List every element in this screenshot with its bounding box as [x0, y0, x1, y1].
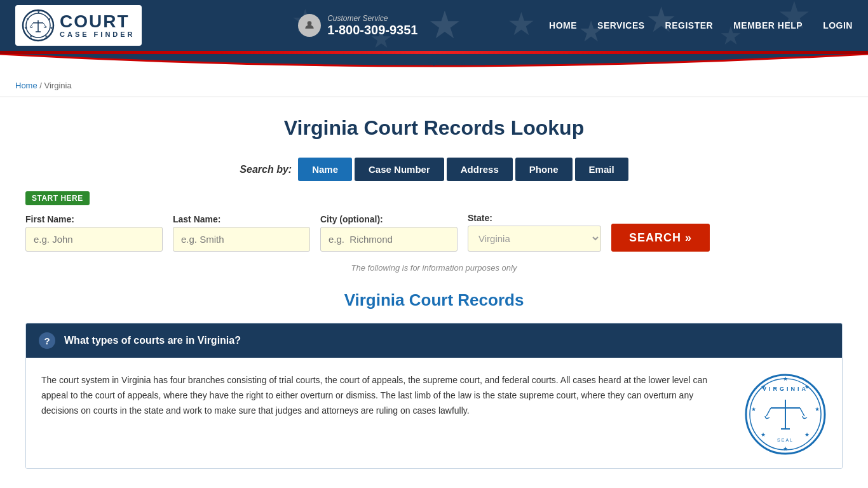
city-group: City (optional):	[320, 214, 458, 252]
main-nav: HOME SERVICES REGISTER MEMBER HELP LOGIN	[549, 20, 853, 30]
page-title: Virginia Court Records Lookup	[25, 116, 843, 140]
nav-home[interactable]: HOME	[549, 20, 577, 30]
search-by-label: Search by:	[240, 164, 292, 175]
logo-case-finder-text: CASE FINDER	[60, 30, 135, 38]
svg-line-37	[800, 408, 804, 416]
svg-text:★: ★	[777, 0, 811, 37]
logo-text: COURT CASE FINDER	[60, 13, 135, 38]
svg-point-22	[308, 21, 312, 25]
first-name-input[interactable]	[25, 227, 163, 252]
virginia-seal-icon: ★ ★ ★ ★ ★ ★ ★ ★ VIRGINIA SEAL	[744, 373, 827, 456]
state-select[interactable]: Virginia Alabama Alaska Arizona Arkansas…	[468, 226, 601, 252]
question-icon: ?	[39, 332, 55, 349]
svg-text:★: ★	[48, 17, 51, 21]
svg-text:★: ★	[24, 26, 27, 30]
svg-text:★: ★	[507, 6, 536, 42]
header: ★ ★ ★ ★ ★ ★ ★ ★ ★ ★ ★ ★ ★ ★ ★	[0, 0, 868, 51]
svg-text:★: ★	[29, 34, 32, 38]
breadcrumb-separator: /	[39, 81, 44, 90]
last-name-input[interactable]	[173, 227, 310, 252]
svg-text:★: ★	[646, 0, 677, 39]
search-form-row: First Name: Last Name: City (optional): …	[25, 213, 843, 252]
search-by-row: Search by: Name Case Number Address Phon…	[25, 158, 843, 181]
svg-text:★: ★	[783, 445, 788, 452]
nav-member-help[interactable]: MEMBER HELP	[733, 20, 803, 30]
svg-text:★: ★	[37, 10, 40, 14]
last-name-label: Last Name:	[173, 214, 310, 224]
form-container: START HERE First Name: Last Name: City (…	[25, 191, 843, 252]
search-tabs: Name Case Number Address Phone Email	[298, 158, 628, 181]
nav-services[interactable]: SERVICES	[597, 20, 645, 30]
svg-text:★: ★	[428, 4, 462, 46]
cs-text: Customer Service 1-800-309-9351	[327, 14, 417, 37]
last-name-group: Last Name:	[173, 214, 310, 252]
svg-text:★: ★	[804, 431, 810, 438]
logo-area: ★ ★ ★ ★ ★ ★ ★ COURT CASE FINDER	[15, 5, 142, 46]
cs-label: Customer Service	[327, 14, 417, 23]
logo-emblem-icon: ★ ★ ★ ★ ★ ★ ★	[22, 9, 55, 42]
nav-register[interactable]: REGISTER	[665, 20, 714, 30]
state-group: State: Virginia Alabama Alaska Arizona A…	[468, 213, 601, 252]
tab-case-number[interactable]: Case Number	[355, 158, 444, 181]
accordion-title: What types of courts are in Virginia?	[64, 335, 241, 346]
phone-icon	[298, 14, 321, 37]
main-content: Virginia Court Records Lookup Search by:…	[0, 97, 868, 482]
svg-line-19	[31, 23, 33, 27]
state-label: State:	[468, 213, 601, 223]
nav-login[interactable]: LOGIN	[823, 20, 853, 30]
tab-address[interactable]: Address	[447, 158, 513, 181]
cs-phone-number: 1-800-309-9351	[327, 23, 417, 37]
logo-box: ★ ★ ★ ★ ★ ★ ★ COURT CASE FINDER	[15, 5, 142, 46]
banner-wave: ★ ★ ★ ★ ★ ★	[0, 54, 868, 74]
svg-text:★: ★	[815, 406, 820, 412]
svg-text:★: ★	[761, 431, 766, 438]
breadcrumb-home-link[interactable]: Home	[15, 81, 37, 90]
tab-name[interactable]: Name	[298, 158, 352, 181]
svg-text:★: ★	[751, 406, 756, 412]
accordion-body-text: The court system in Virginia has four br…	[41, 373, 729, 418]
svg-text:★: ★	[44, 34, 48, 38]
search-button[interactable]: SEARCH »	[611, 224, 710, 252]
search-section: Search by: Name Case Number Address Phon…	[25, 158, 843, 252]
first-name-group: First Name:	[25, 214, 163, 252]
svg-line-36	[766, 408, 771, 416]
svg-text:SEAL: SEAL	[777, 438, 794, 442]
tab-phone[interactable]: Phone	[515, 158, 573, 181]
svg-line-20	[43, 23, 46, 27]
accordion-item: ? What types of courts are in Virginia? …	[25, 323, 843, 469]
accordion-header[interactable]: ? What types of courts are in Virginia?	[26, 323, 842, 358]
info-note: The following is for information purpose…	[25, 263, 843, 273]
svg-text:★: ★	[783, 376, 788, 382]
city-label: City (optional):	[320, 214, 458, 224]
first-name-label: First Name:	[25, 214, 163, 224]
logo-court-text: COURT	[60, 13, 135, 30]
start-here-badge: START HERE	[25, 191, 90, 205]
customer-service: Customer Service 1-800-309-9351	[298, 14, 417, 37]
svg-text:★: ★	[50, 26, 53, 30]
breadcrumb: Home / Virginia	[0, 74, 868, 97]
breadcrumb-current: Virginia	[44, 81, 72, 90]
tab-email[interactable]: Email	[575, 158, 628, 181]
city-input[interactable]	[320, 227, 458, 252]
svg-text:VIRGINIA: VIRGINIA	[763, 386, 808, 392]
section-title: Virginia Court Records	[25, 290, 843, 310]
accordion-body: The court system in Virginia has four br…	[26, 358, 842, 468]
svg-text:★: ★	[26, 17, 29, 21]
